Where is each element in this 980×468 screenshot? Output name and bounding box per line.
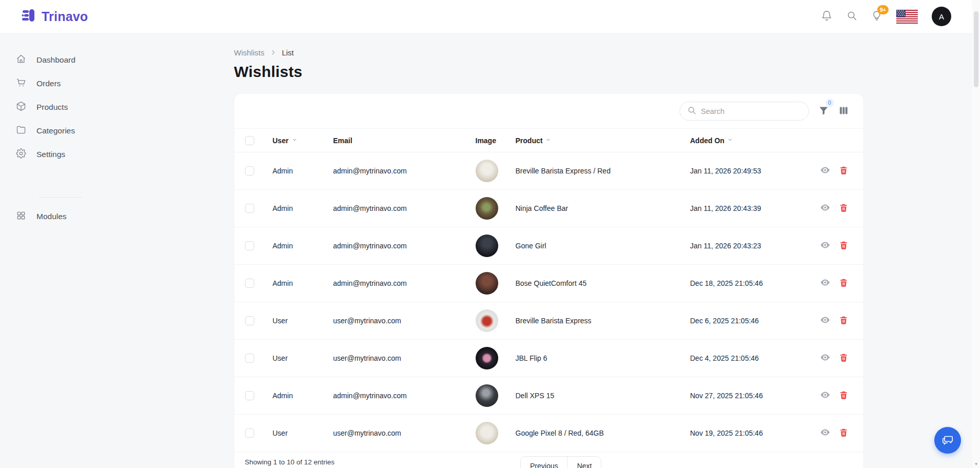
- row-checkbox[interactable]: [245, 391, 254, 400]
- eye-icon: [820, 427, 831, 439]
- product-cell: Breville Barista Express: [509, 302, 684, 340]
- sidebar-item-label: Orders: [36, 79, 61, 88]
- view-button[interactable]: [820, 315, 831, 327]
- delete-button[interactable]: [839, 315, 849, 327]
- row-checkbox[interactable]: [245, 279, 254, 288]
- breadcrumb-parent[interactable]: Wishlists: [234, 48, 265, 57]
- column-header-actions: [815, 129, 863, 152]
- view-button[interactable]: [820, 427, 831, 439]
- wishlists-table: User Email Image Product Added On: [234, 128, 863, 452]
- column-header-product[interactable]: Product: [509, 129, 684, 152]
- product-cell: Breville Barista Express / Red: [509, 152, 684, 190]
- sidebar-item-settings[interactable]: Settings: [0, 143, 117, 166]
- delete-button[interactable]: [839, 165, 849, 177]
- columns-button[interactable]: [838, 105, 849, 118]
- us-flag-icon: [896, 10, 918, 24]
- breadcrumb-current: List: [282, 48, 294, 57]
- eye-icon: [820, 352, 831, 364]
- row-checkbox[interactable]: [245, 354, 254, 363]
- user-cell: User: [266, 340, 327, 377]
- scrollbar-down-arrow[interactable]: ▾: [974, 462, 978, 466]
- sidebar-item-dashboard[interactable]: Dashboard: [0, 48, 117, 72]
- view-button[interactable]: [820, 202, 831, 215]
- product-cell: JBL Flip 6: [509, 340, 684, 377]
- pagination: Previous Next: [520, 456, 601, 468]
- email-cell: admin@mytrinavo.com: [327, 265, 469, 302]
- trash-icon: [839, 165, 849, 177]
- email-cell: admin@mytrinavo.com: [327, 227, 469, 265]
- added-on-cell: Jan 11, 2026 20:43:39: [684, 190, 815, 227]
- search-icon: [687, 106, 696, 117]
- table-row: Admin admin@mytrinavo.com Ninja Coffee B…: [234, 190, 863, 227]
- sidebar-item-orders[interactable]: Orders: [0, 72, 117, 95]
- brand-logo[interactable]: Trinavo: [21, 7, 88, 26]
- product-image: [476, 384, 498, 407]
- column-header-user[interactable]: User: [266, 129, 327, 152]
- table-row: User user@mytrinavo.com JBL Flip 6 Dec 4…: [234, 340, 863, 377]
- table-row: Admin admin@mytrinavo.com Dell XPS 15 No…: [234, 377, 863, 415]
- next-page-button[interactable]: Next: [567, 457, 601, 468]
- filter-button[interactable]: 0: [818, 105, 829, 118]
- global-search-button[interactable]: [846, 10, 857, 23]
- row-checkbox[interactable]: [245, 428, 254, 438]
- eye-icon: [820, 240, 831, 252]
- user-cell: User: [266, 302, 327, 340]
- row-checkbox[interactable]: [245, 166, 254, 176]
- row-checkbox[interactable]: [245, 204, 254, 213]
- eye-icon: [820, 315, 831, 327]
- sidebar-item-label: Settings: [36, 150, 65, 159]
- view-button[interactable]: [820, 240, 831, 252]
- trash-icon: [839, 203, 849, 215]
- sidebar-item-categories[interactable]: Categories: [0, 119, 117, 143]
- notifications-button[interactable]: [821, 10, 833, 23]
- view-button[interactable]: [820, 352, 831, 364]
- sidebar-item-products[interactable]: Products: [0, 95, 117, 119]
- delete-button[interactable]: [839, 390, 849, 402]
- delete-button[interactable]: [839, 278, 849, 289]
- table-row: Admin admin@mytrinavo.com Gone Girl Jan …: [234, 227, 863, 265]
- chat-button[interactable]: [934, 427, 961, 454]
- notification-count-badge: 9+: [877, 5, 889, 14]
- sidebar-item-modules[interactable]: Modules: [0, 205, 117, 228]
- added-on-cell: Dec 4, 2025 21:05:46: [684, 340, 815, 377]
- row-checkbox[interactable]: [245, 316, 254, 325]
- scrollbar-thumb[interactable]: [974, 11, 978, 87]
- product-image: [476, 347, 498, 369]
- sidebar-item-label: Categories: [36, 126, 75, 135]
- user-cell: Admin: [266, 152, 327, 190]
- table-header-row: User Email Image Product Added On: [234, 129, 863, 152]
- vertical-scrollbar[interactable]: ▾: [972, 0, 980, 468]
- user-cell: Admin: [266, 190, 327, 227]
- trash-icon: [839, 278, 849, 289]
- delete-button[interactable]: [839, 203, 849, 215]
- product-cell: Google Pixel 8 / Red, 64GB: [509, 415, 684, 452]
- delete-button[interactable]: [839, 427, 849, 439]
- view-button[interactable]: [820, 389, 831, 402]
- search-input[interactable]: [701, 107, 801, 115]
- delete-button[interactable]: [839, 353, 849, 364]
- sidebar-item-label: Products: [36, 103, 68, 112]
- whats-new-button[interactable]: 9+: [871, 10, 882, 23]
- eye-icon: [820, 389, 831, 402]
- wishlists-card: 0: [234, 94, 863, 468]
- table-body: Admin admin@mytrinavo.com Breville Baris…: [234, 152, 863, 452]
- bell-icon: [821, 10, 833, 23]
- home-icon: [16, 54, 26, 66]
- user-avatar[interactable]: A: [932, 7, 951, 26]
- language-selector[interactable]: [896, 10, 918, 24]
- select-all-checkbox[interactable]: [245, 136, 254, 145]
- view-button[interactable]: [820, 165, 831, 177]
- email-cell: user@mytrinavo.com: [327, 415, 469, 452]
- sidebar-item-label: Dashboard: [36, 55, 76, 65]
- folder-icon: [16, 125, 26, 137]
- view-button[interactable]: [820, 277, 831, 289]
- row-checkbox[interactable]: [245, 241, 254, 250]
- previous-page-button[interactable]: Previous: [521, 457, 567, 468]
- topbar-actions: 9+: [821, 7, 959, 26]
- filter-count-badge: 0: [825, 99, 834, 107]
- delete-button[interactable]: [839, 240, 849, 252]
- product-image: [476, 272, 498, 295]
- chevron-down-icon: [727, 136, 733, 144]
- column-header-added-on[interactable]: Added On: [684, 129, 815, 152]
- table-row: Admin admin@mytrinavo.com Bose QuietComf…: [234, 265, 863, 302]
